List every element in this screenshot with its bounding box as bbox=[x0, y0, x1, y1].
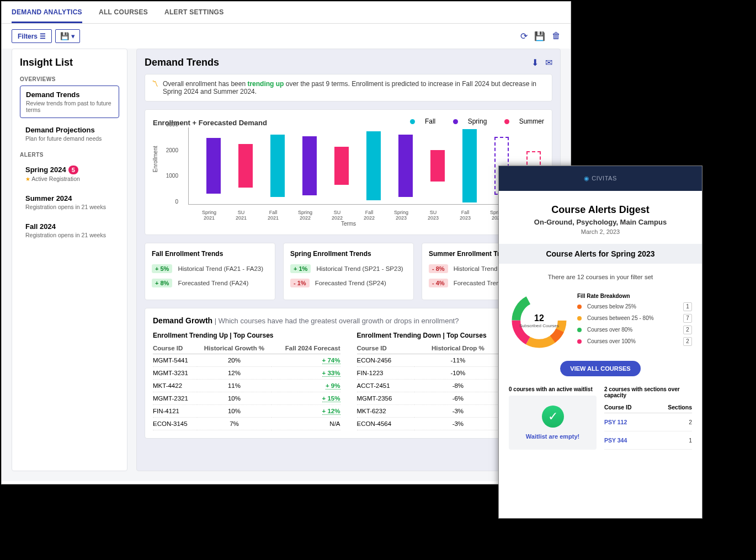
download-icon[interactable]: ⬇ bbox=[531, 58, 539, 67]
enrollment-chart: Enrollment 0100020003000 Spring2021SU202… bbox=[153, 127, 544, 227]
trend-text: Historical Trend bbox=[454, 265, 498, 272]
table-header: Course ID bbox=[604, 402, 651, 413]
tab-all-courses[interactable]: ALL COURSES bbox=[99, 8, 148, 23]
donut-label: Subscribed Courses bbox=[519, 323, 559, 328]
chart-bar bbox=[270, 135, 285, 198]
digest-date: March 2, 2023 bbox=[508, 228, 693, 235]
insight-sidebar: Insight List OVERVIEWS Demand Trends Rev… bbox=[12, 49, 127, 471]
delete-icon[interactable]: 🗑 bbox=[552, 31, 561, 41]
digest-subtitle: On-Ground, Psychology, Main Campus bbox=[508, 218, 693, 226]
sidebar-item-label: Demand Trends bbox=[26, 90, 113, 99]
fill-count: 2 bbox=[683, 337, 692, 346]
waitlist-msg: Waitlist are empty! bbox=[514, 433, 591, 440]
table-row[interactable]: PSY 3441 bbox=[604, 431, 692, 450]
digest-brand: CIVITAS bbox=[499, 166, 702, 191]
fill-label: Courses below 25% bbox=[587, 303, 636, 310]
filters-button[interactable]: Filters☰ bbox=[12, 29, 52, 43]
sidebar-alert-spring-2024[interactable]: Spring 20245 ★ Active Registration bbox=[20, 161, 119, 186]
check-icon: ✓ bbox=[542, 406, 564, 428]
fill-count: 2 bbox=[683, 326, 692, 334]
enrollment-chart-panel: Enrollment + Forecasted Demand Fall Spri… bbox=[145, 109, 552, 235]
fill-count: 1 bbox=[683, 302, 692, 311]
trend-text: Historical Trend (FA21 - FA23) bbox=[178, 265, 263, 272]
chart-legend: Fall Spring Summer bbox=[395, 118, 544, 125]
chart-bar bbox=[334, 147, 349, 185]
tab-demand-analytics[interactable]: DEMAND ANALYTICS bbox=[12, 8, 82, 23]
over-title: 2 courses with sections over capacity bbox=[604, 386, 692, 398]
legend-dot bbox=[577, 305, 582, 309]
digest-band: Course Alerts for Spring 2023 bbox=[499, 244, 702, 264]
star-icon: ★ bbox=[25, 176, 30, 182]
sidebar-item-demand-trends[interactable]: Demand Trends Review trends from past to… bbox=[20, 86, 119, 118]
table-header: Historical Growth % bbox=[197, 343, 272, 354]
trend-pill: - 8% bbox=[429, 264, 448, 273]
table-header: Sections bbox=[651, 402, 692, 413]
legend-dot bbox=[577, 339, 582, 344]
x-axis-label: Terms bbox=[341, 221, 356, 227]
x-tick-label: Fall2022 bbox=[358, 210, 381, 221]
trend-text: Forecasted Trend (SP24) bbox=[315, 280, 386, 286]
waitlist-title: 0 courses with an active waitlist bbox=[509, 386, 597, 392]
table-header: Course ID bbox=[153, 343, 197, 354]
table-row: FIN-412110%+ 12% bbox=[153, 405, 340, 418]
fill-row: Courses below 25%1 bbox=[577, 302, 692, 311]
main-content: Demand Trends ⬇ ✉ 〽 Overall enrollment h… bbox=[136, 49, 561, 471]
fill-title: Fill Rate Breakdown bbox=[577, 293, 692, 299]
table-row: MGMT-323112%+ 33% bbox=[153, 367, 340, 380]
trend-card-title: Spring Enrollment Trends bbox=[290, 250, 407, 258]
chart-bar bbox=[238, 144, 253, 188]
chart-bar bbox=[462, 129, 477, 202]
view-all-courses-button[interactable]: VIEW ALL COURSES bbox=[560, 361, 640, 376]
x-tick-label: SU2023 bbox=[422, 210, 445, 221]
x-tick-label: Spring2022 bbox=[294, 210, 317, 221]
fill-label: Courses between 25 - 80% bbox=[587, 315, 654, 321]
main-tabs: DEMAND ANALYTICS ALL COURSES ALERT SETTI… bbox=[2, 2, 571, 24]
over-capacity-card: 2 courses with sections over capacity Co… bbox=[604, 386, 692, 450]
save-disabled-icon: 💾 bbox=[534, 31, 545, 41]
trend-pill: - 4% bbox=[429, 279, 448, 287]
x-tick-label: Fall2021 bbox=[262, 210, 285, 221]
sidebar-alert-summer-2024[interactable]: Summer 2024 Registration opens in 21 wee… bbox=[20, 190, 119, 215]
sidebar-alert-fall-2024[interactable]: Fall 2024 Registration opens in 21 weeks bbox=[20, 218, 119, 243]
refresh-icon[interactable]: ⟳ bbox=[520, 31, 528, 41]
fill-breakdown: Fill Rate Breakdown Courses below 25%1Co… bbox=[577, 293, 692, 349]
waitlist-card: 0 courses with an active waitlist ✓ Wait… bbox=[509, 386, 597, 450]
sidebar-item-desc: Registration opens in 21 weeks bbox=[25, 232, 114, 238]
email-icon[interactable]: ✉ bbox=[545, 58, 552, 67]
alert-badge: 5 bbox=[68, 166, 78, 174]
x-tick-label: Spring2021 bbox=[198, 210, 221, 221]
y-axis-label: Enrollment bbox=[152, 146, 158, 172]
sidebar-item-label: Summer 2024 bbox=[25, 194, 114, 202]
trend-text: Historical Trend (SP21 - SP23) bbox=[316, 265, 403, 272]
table-row: MGMT-232110%+ 15% bbox=[153, 392, 340, 405]
table-header: Historical Drop % bbox=[414, 343, 501, 354]
digest-window: CIVITAS Course Alerts Digest On-Ground, … bbox=[498, 166, 702, 519]
table-row: MGMT-544120%+ 74% bbox=[153, 354, 340, 367]
toolbar: Filters☰ 💾▾ ⟳ 💾 🗑 bbox=[2, 24, 571, 49]
trend-card: Fall Enrollment Trends+ 5%Historical Tre… bbox=[145, 243, 275, 300]
chart-bar bbox=[302, 136, 317, 195]
table-row: MKT-442211%+ 9% bbox=[153, 380, 340, 392]
digest-title: Course Alerts Digest bbox=[508, 204, 693, 216]
trend-text: Forecasted Trend bbox=[454, 280, 503, 286]
legend-dot bbox=[577, 316, 582, 321]
trend-pill: + 8% bbox=[152, 279, 172, 287]
x-tick-label: Fall2023 bbox=[454, 210, 477, 221]
legend-dot bbox=[577, 328, 582, 332]
sparkline-icon: 〽 bbox=[152, 80, 158, 88]
fill-row: Courses over 100%2 bbox=[577, 337, 692, 346]
tab-alert-settings[interactable]: ALERT SETTINGS bbox=[164, 8, 224, 23]
save-button[interactable]: 💾▾ bbox=[55, 29, 80, 43]
sidebar-item-desc: ★ Active Registration bbox=[25, 175, 114, 182]
sidebar-item-demand-projections[interactable]: Demand Projections Plan for future deman… bbox=[20, 121, 119, 146]
trend-card-title: Fall Enrollment Trends bbox=[152, 250, 268, 258]
table-row[interactable]: PSY 1122 bbox=[604, 413, 692, 431]
sidebar-item-desc: Review trends from past to future terms bbox=[26, 100, 113, 113]
filter-icon: ☰ bbox=[40, 33, 46, 40]
donut-chart: 12Subscribed Courses bbox=[509, 290, 569, 351]
fill-row: Courses between 25 - 80%7 bbox=[577, 314, 692, 323]
chevron-down-icon: ▾ bbox=[71, 32, 75, 40]
trend-text: Forecasted Trend (FA24) bbox=[178, 280, 248, 286]
trending-up-table: Enrollment Trending Up | Top Courses Cou… bbox=[153, 332, 340, 430]
sidebar-item-label: Demand Projections bbox=[25, 126, 114, 134]
